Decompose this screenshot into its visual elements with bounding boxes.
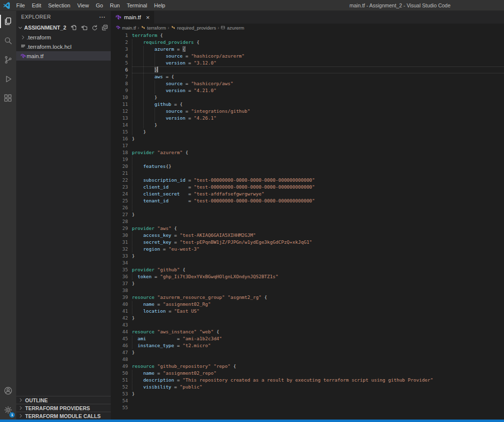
- code-line-46[interactable]: 46 instance_type = "t2.micro": [111, 342, 504, 349]
- code-line-19[interactable]: 19: [111, 156, 504, 163]
- collapse-all-icon[interactable]: [101, 24, 109, 32]
- code-line-55[interactable]: 55: [111, 404, 504, 411]
- tree-item--terraform-lock-hcl[interactable]: .terraform.lock.hcl: [16, 42, 111, 51]
- code-line-16[interactable]: 16}: [111, 135, 504, 142]
- code-line-35[interactable]: 35provider "github" {: [111, 266, 504, 273]
- code-line-3[interactable]: 3 azurerm = {: [111, 46, 504, 53]
- menu-selection[interactable]: Selection: [45, 0, 74, 11]
- search-icon[interactable]: [0, 31, 16, 50]
- code-line-36[interactable]: 36 token = "ghp_Ii7t3DexYVxBGwqHOlgnLXOn…: [111, 273, 504, 280]
- menu-terminal[interactable]: Terminal: [124, 0, 151, 11]
- code-line-25[interactable]: 25 tenant_id = "test-00000000-0000-0000-…: [111, 197, 504, 204]
- code-line-8[interactable]: 8 source = "hashicorp/aws": [111, 80, 504, 87]
- code-line-28[interactable]: 28: [111, 218, 504, 225]
- code-line-21[interactable]: 21: [111, 170, 504, 177]
- code-line-18[interactable]: 18provider "azurerm" {: [111, 149, 504, 156]
- code-line-41[interactable]: 41 location = "East US": [111, 308, 504, 315]
- code-line-content: }: [132, 66, 504, 73]
- line-number: 39: [111, 294, 128, 301]
- code-line-44[interactable]: 44resource "aws_instance" "web" {: [111, 328, 504, 335]
- new-folder-icon[interactable]: [80, 24, 88, 32]
- code-line-24[interactable]: 24 client_secret = "test-afdfafsefgwrgwr…: [111, 191, 504, 197]
- code-line-30[interactable]: 30 access_key = "test-AKIAQ6GAIA5XIHHM2G…: [111, 232, 504, 239]
- line-number: 35: [111, 266, 128, 273]
- code-line-17[interactable]: 17: [111, 142, 504, 149]
- code-line-48[interactable]: 48: [111, 356, 504, 363]
- code-line-content: resource "aws_instance" "web" {: [132, 328, 504, 335]
- extensions-icon[interactable]: [0, 89, 16, 108]
- code-line-54[interactable]: 54: [111, 397, 504, 404]
- code-line-15[interactable]: 15 }: [111, 129, 504, 135]
- breadcrumb-azurerm[interactable]: azurerm: [220, 25, 244, 31]
- more-actions-icon[interactable]: ⋯: [99, 13, 106, 21]
- menu-go[interactable]: Go: [93, 0, 107, 11]
- code-line-27[interactable]: 27}: [111, 211, 504, 218]
- code-line-23[interactable]: 23 client_id = "test-00000000-0000-0000-…: [111, 184, 504, 191]
- code-line-40[interactable]: 40 name = "assignment02_Rg": [111, 301, 504, 308]
- code-line-5[interactable]: 5 version = "3.12.0": [111, 60, 504, 66]
- code-line-42[interactable]: 42}: [111, 315, 504, 322]
- code-line-51[interactable]: 51 description = "This repository create…: [111, 377, 504, 384]
- close-icon[interactable]: ×: [146, 14, 150, 21]
- status-bar[interactable]: [0, 420, 504, 422]
- source-control-icon[interactable]: [0, 50, 16, 69]
- code-line-50[interactable]: 50 name = "assignment02_repo": [111, 370, 504, 377]
- code-line-content: version = "4.21.0": [132, 87, 504, 94]
- tree-item-label: main.tf: [27, 53, 44, 59]
- code-line-12[interactable]: 12 source = "integrations/github": [111, 108, 504, 115]
- section-terraform-providers[interactable]: TERRAFORM PROVIDERS: [16, 404, 111, 412]
- settings-icon[interactable]: 1: [0, 400, 16, 420]
- account-icon[interactable]: [0, 381, 16, 400]
- code-line-1[interactable]: 1terraform {: [111, 32, 504, 39]
- code-line-31[interactable]: 31 secret_key = "test-pEPqnBW1jZ/PJPGn/w…: [111, 239, 504, 246]
- code-line-content: features{}: [132, 163, 504, 170]
- menu-edit[interactable]: Edit: [29, 0, 45, 11]
- code-line-33[interactable]: 33}: [111, 253, 504, 260]
- code-line-2[interactable]: 2 required_providers {: [111, 39, 504, 46]
- code-editor[interactable]: 1terraform {2 required_providers {3 azur…: [111, 32, 504, 420]
- tree-item--terraform[interactable]: .terraform: [16, 32, 111, 42]
- code-line-47[interactable]: 47}: [111, 349, 504, 356]
- code-line-13[interactable]: 13 version = "4.26.1": [111, 115, 504, 122]
- breadcrumb-main-tf[interactable]: main.tf: [116, 25, 136, 31]
- code-line-39[interactable]: 39resource "azurerm_resource_group" "asg…: [111, 294, 504, 301]
- code-line-9[interactable]: 9 version = "4.21.0": [111, 87, 504, 94]
- tree-item-main-tf[interactable]: main.tf: [16, 51, 111, 61]
- code-line-53[interactable]: 53}: [111, 390, 504, 397]
- refresh-icon[interactable]: [91, 24, 98, 32]
- gutter-gap: [128, 94, 132, 101]
- new-file-icon[interactable]: [70, 24, 78, 32]
- code-line-52[interactable]: 52 visibility = "public": [111, 384, 504, 390]
- code-line-49[interactable]: 49resource "github_repository" "repo" {: [111, 363, 504, 370]
- code-line-43[interactable]: 43: [111, 322, 504, 328]
- tab-main-tf[interactable]: main.tf ×: [111, 11, 154, 24]
- code-line-37[interactable]: 37}: [111, 280, 504, 287]
- code-line-22[interactable]: 22 subscription_id = "test-00000000-0000…: [111, 177, 504, 184]
- files-icon[interactable]: [0, 12, 16, 31]
- menu-help[interactable]: Help: [151, 0, 169, 11]
- code-line-14[interactable]: 14 }: [111, 122, 504, 129]
- code-line-29[interactable]: 29provider "aws" {: [111, 225, 504, 232]
- menu-view[interactable]: View: [74, 0, 93, 11]
- code-line-content: resource "github_repository" "repo" {: [132, 363, 504, 370]
- breadcrumb-required-providers[interactable]: required_providers: [171, 25, 216, 31]
- code-line-6[interactable]: 6 }: [111, 66, 504, 73]
- section-outline[interactable]: OUTLINE: [16, 396, 111, 404]
- gutter-gap: [128, 184, 132, 191]
- run-debug-icon[interactable]: [0, 69, 16, 89]
- menu-run[interactable]: Run: [106, 0, 123, 11]
- explorer-section-header[interactable]: ASSIGNMENT_2: [16, 23, 111, 32]
- code-line-4[interactable]: 4 source = "hashicorp/azurerm": [111, 53, 504, 60]
- code-line-26[interactable]: 26: [111, 204, 504, 211]
- code-line-38[interactable]: 38: [111, 287, 504, 294]
- code-line-10[interactable]: 10 }: [111, 94, 504, 101]
- code-line-45[interactable]: 45 ami = "ami-a1b2c3d4": [111, 335, 504, 342]
- code-line-7[interactable]: 7 aws = {: [111, 73, 504, 80]
- section-terraform-module-calls[interactable]: TERRAFORM MODULE CALLS: [16, 412, 111, 420]
- code-line-32[interactable]: 32 region = "eu-west-3": [111, 246, 504, 253]
- breadcrumb-terraform[interactable]: terraform: [141, 25, 166, 31]
- code-line-20[interactable]: 20 features{}: [111, 163, 504, 170]
- menu-file[interactable]: File: [13, 0, 29, 11]
- code-line-11[interactable]: 11 github = {: [111, 101, 504, 108]
- code-line-34[interactable]: 34: [111, 260, 504, 266]
